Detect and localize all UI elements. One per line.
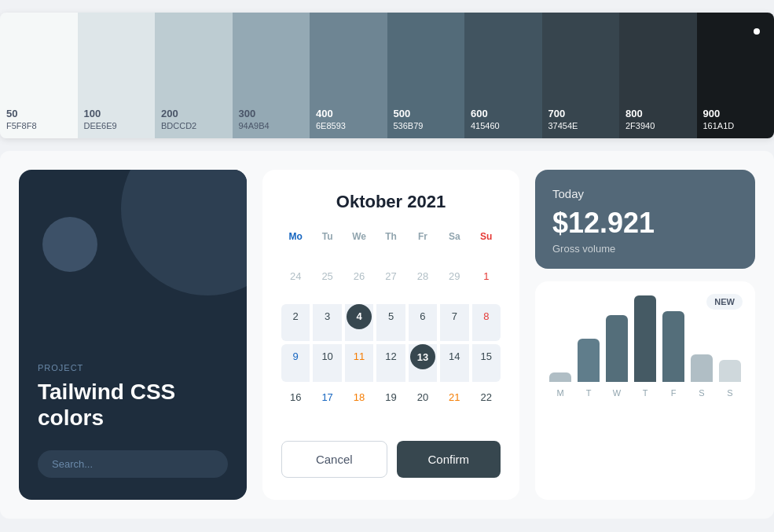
search-input[interactable]: [38, 450, 228, 478]
cal-cell[interactable]: 5: [376, 304, 405, 342]
bar-col-F: F: [662, 311, 684, 398]
stats-sublabel: Gross volume: [552, 243, 738, 255]
cal-cell[interactable]: 13: [409, 344, 437, 382]
bar-col-T: T: [634, 295, 656, 398]
palette-swatch-600[interactable]: 600415460: [464, 13, 542, 138]
palette-swatch-50[interactable]: 50F5F8F8: [0, 13, 78, 138]
palette-strip: 50F5F8F8100DEE6E9200BDCCD230094A9B44006E…: [0, 13, 774, 138]
cal-cell[interactable]: 21: [440, 385, 468, 422]
cal-cell[interactable]: 4: [345, 304, 373, 342]
palette-swatch-400[interactable]: 4006E8593: [310, 13, 387, 138]
cal-cell[interactable]: 25: [313, 264, 341, 301]
bar-label: W: [613, 388, 621, 398]
cal-cell[interactable]: 18: [345, 385, 373, 422]
cal-cell[interactable]: 27: [376, 264, 405, 301]
bar: [578, 339, 600, 382]
bar: [719, 360, 741, 382]
palette-swatch-800[interactable]: 8002F3940: [619, 13, 697, 138]
bar-chart: MTWTFSS: [549, 295, 741, 398]
palette-swatch-100[interactable]: 100DEE6E9: [78, 13, 156, 138]
cal-cell[interactable]: 6: [409, 304, 437, 342]
bar-label: S: [699, 388, 704, 398]
main-content: PROJECT Tailwind CSS colors Oktober 2021…: [0, 151, 774, 519]
chart-card: NEW MTWTFSS: [535, 281, 755, 500]
stats-value: $12.921: [552, 207, 738, 240]
bar: [549, 372, 571, 382]
bar-col-M: M: [549, 372, 571, 398]
cal-cell[interactable]: 16: [281, 385, 310, 422]
bar-col-T: T: [578, 339, 600, 398]
cal-cell[interactable]: 10: [313, 344, 341, 382]
calendar-header: Oktober 2021: [281, 192, 501, 212]
bar-label: S: [727, 388, 732, 398]
cal-cell[interactable]: 22: [472, 385, 501, 422]
bar-label: T: [586, 388, 592, 398]
cal-cell[interactable]: 8: [472, 304, 501, 342]
bar: [662, 311, 684, 382]
palette-swatch-900[interactable]: 900161A1D: [697, 13, 775, 138]
new-badge: NEW: [706, 294, 743, 310]
cal-cell[interactable]: 9: [281, 344, 310, 382]
bar-col-W: W: [606, 315, 628, 398]
bar: [634, 295, 656, 382]
cal-cell[interactable]: 26: [345, 264, 373, 301]
cal-header-Mo: Mo: [281, 228, 310, 261]
cal-cell[interactable]: 14: [440, 344, 468, 382]
cal-header-Th: Th: [376, 228, 405, 261]
bar-col-S: S: [691, 354, 713, 398]
bar: [606, 315, 628, 382]
bar-label: M: [556, 388, 563, 398]
cal-cell[interactable]: 20: [409, 385, 437, 422]
palette-swatch-300[interactable]: 30094A9B4: [233, 13, 310, 138]
palette-swatch-700[interactable]: 70037454E: [542, 13, 620, 138]
bar-col-S: S: [719, 360, 741, 398]
project-card: PROJECT Tailwind CSS colors: [19, 170, 247, 500]
cal-cell[interactable]: 7: [440, 304, 468, 342]
cal-cell[interactable]: 12: [376, 344, 405, 382]
palette-swatch-500[interactable]: 500536B79: [387, 13, 465, 138]
cal-cell[interactable]: 3: [313, 304, 341, 342]
cal-cell[interactable]: 28: [409, 264, 437, 301]
cal-cell[interactable]: 2: [281, 304, 310, 342]
cal-cell[interactable]: 17: [313, 385, 341, 422]
cal-cell[interactable]: 19: [376, 385, 405, 422]
calendar-buttons: Cancel Confirm: [281, 441, 501, 478]
cal-header-Fr: Fr: [409, 228, 437, 261]
cal-cell[interactable]: 15: [472, 344, 501, 382]
project-title: Tailwind CSS colors: [38, 379, 228, 431]
stats-card: Today $12.921 Gross volume: [535, 170, 755, 269]
calendar-section: Oktober 2021 MoTuWeThFrSaSu2425262728291…: [262, 170, 519, 500]
stats-today-label: Today: [552, 187, 738, 200]
palette-swatch-200[interactable]: 200BDCCD2: [155, 13, 233, 138]
cal-cell[interactable]: 11: [345, 344, 373, 382]
calendar-grid: MoTuWeThFrSaSu24252627282912345678910111…: [281, 228, 501, 422]
cal-cell[interactable]: 24: [281, 264, 310, 301]
cal-cell[interactable]: 1: [472, 264, 501, 301]
right-panel: Today $12.921 Gross volume NEW MTWTFSS: [535, 170, 755, 500]
bar-label: F: [671, 388, 677, 398]
project-label: PROJECT: [38, 363, 228, 372]
confirm-button[interactable]: Confirm: [397, 441, 501, 478]
bar-label: T: [643, 388, 648, 398]
cal-header-Sa: Sa: [440, 228, 468, 261]
cal-header-We: We: [345, 228, 373, 261]
cal-header-Tu: Tu: [313, 228, 341, 261]
cal-cell[interactable]: 29: [440, 264, 468, 301]
cal-header-Su: Su: [472, 228, 501, 261]
cancel-button[interactable]: Cancel: [281, 441, 387, 478]
bar: [691, 354, 713, 382]
